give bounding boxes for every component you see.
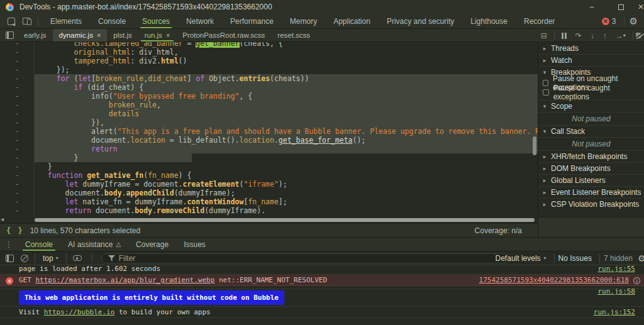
hide-debugger-sidebar-icon[interactable]: ⊟ <box>541 32 547 40</box>
hidden-messages-count[interactable]: 7 hidden <box>604 254 633 263</box>
issues-counter[interactable]: No Issues <box>558 254 592 263</box>
file-tab-label: dynamic.js <box>59 31 93 39</box>
gutter-mark: - <box>0 57 35 65</box>
step-out-icon[interactable]: ↑ <box>603 32 607 40</box>
sidebar-section-xhr-fetch-breakpoints[interactable]: ▸XHR/fetch Breakpoints <box>538 150 644 162</box>
file-tab-label: reset.scss <box>277 31 310 39</box>
tab-sources[interactable]: Sources <box>134 14 178 28</box>
request-details-icon[interactable]: i <box>633 277 640 284</box>
tab-privacy-and-security[interactable]: Privacy and security <box>379 14 462 28</box>
tab-lighthouse[interactable]: Lighthouse <box>462 14 516 28</box>
sidebar-section-dom-breakpoints[interactable]: ▸DOM Breakpoints <box>538 162 644 174</box>
log-levels-selector[interactable]: Default levels ▾ <box>496 254 547 263</box>
device-toolbar-icon[interactable] <box>23 18 30 25</box>
code-line-text: return document.body.removeChild(dummyIf… <box>35 206 265 215</box>
message-text: page is loaded after 1.602 seconds <box>19 265 160 273</box>
drawer-tab-coverage[interactable]: Coverage <box>128 238 176 251</box>
chevron-down-icon: ▾ <box>56 255 58 261</box>
editor-vertical-scrollbar[interactable] <box>533 136 536 155</box>
devtools-window: { "window": { "title": "DevTools - app.m… <box>0 0 644 325</box>
close-button[interactable]: ✕ <box>635 0 644 14</box>
tab-application[interactable]: Application <box>325 14 379 28</box>
minimize-button[interactable]: – <box>577 0 606 14</box>
checkbox-row[interactable]: Pause on caught exceptions <box>538 87 644 97</box>
drawer-tab-ai-assistance[interactable]: AI assistance△ <box>60 238 128 251</box>
tab-network[interactable]: Network <box>178 14 222 28</box>
close-tab-icon[interactable]: × <box>97 31 101 39</box>
sidebar-section-call-stack[interactable]: ▾Call Stack <box>538 125 644 137</box>
tab-performance[interactable]: Performance <box>222 14 282 28</box>
source-location-link[interactable]: run.js:55 <box>597 265 635 273</box>
sidebar-section-global-listeners[interactable]: ▸Global Listeners <box>538 174 644 186</box>
gutter-mark: - <box>0 83 35 92</box>
live-expression-eye-icon[interactable] <box>73 255 82 261</box>
tab-recorder[interactable]: Recorder <box>516 14 563 28</box>
editor-horizontal-scrollbar[interactable]: ◂ <box>0 217 538 223</box>
scrollbar-thumb[interactable] <box>35 218 535 222</box>
section-label: Threads <box>551 44 579 53</box>
pretty-print-icon[interactable]: { } <box>6 226 24 235</box>
file-tab-ProtonPassRoot.raw.scss[interactable]: ProtonPassRoot.raw.scss <box>176 29 271 41</box>
token: ) { <box>179 171 192 180</box>
deactivate-breakpoints-icon[interactable] <box>636 32 644 39</box>
token: function <box>48 171 82 180</box>
sidebar-section-watch[interactable]: ▸Watch <box>538 54 644 66</box>
indent <box>39 109 109 118</box>
drawer-tab-console[interactable]: Console <box>18 238 60 251</box>
token: if <box>74 83 82 92</box>
token: = lib_default(). <box>165 136 240 145</box>
indent <box>39 65 57 74</box>
triangle-collapsed-icon: ▸ <box>538 201 551 207</box>
tab-elements[interactable]: Elements <box>42 14 90 28</box>
file-tab-dynamic.js[interactable]: dynamic.js× <box>53 29 108 41</box>
sidebar-section-event-listener-breakpoints[interactable]: ▸Event Listener Breakpoints <box>538 186 644 198</box>
source-location-link[interactable]: 1754258571593x404022981353662000:618 <box>479 276 629 284</box>
styled-console-badge: This web application is entirely built w… <box>19 290 284 305</box>
step-over-icon[interactable]: ↷ <box>575 32 582 40</box>
step-into-icon[interactable]: ↓ <box>591 32 594 40</box>
triangle-expanded-icon: ▾ <box>538 103 551 109</box>
token: document. <box>91 136 130 145</box>
tab-memory[interactable]: Memory <box>282 14 325 28</box>
file-tab-run.js[interactable]: run.js× <box>138 29 177 41</box>
file-tab-reset.scss[interactable]: reset.scss <box>271 29 316 41</box>
checkbox[interactable] <box>543 80 548 86</box>
console-settings-gear-icon[interactable]: ⚙ <box>638 253 644 263</box>
checkbox[interactable] <box>543 89 549 96</box>
indent <box>39 162 48 171</box>
inspect-element-icon[interactable] <box>8 18 15 25</box>
error-icon: ✕ <box>6 277 13 285</box>
tab-console[interactable]: Console <box>90 14 134 28</box>
console-sidebar-icon[interactable] <box>6 255 14 262</box>
scroll-left-icon[interactable]: ◂ <box>1 216 4 223</box>
code-line: - let dummyIframe = document.createEleme… <box>0 180 538 189</box>
token: return <box>91 145 118 153</box>
sidebar-section-scope[interactable]: ▾Scope <box>538 100 644 112</box>
bubble-link[interactable]: https://bubble.io <box>44 308 115 316</box>
maximize-button[interactable] <box>606 0 635 14</box>
file-tab-plst.js[interactable]: plst.js <box>107 29 138 41</box>
file-tab-early.js[interactable]: early.js <box>18 29 53 41</box>
main-tabs: ElementsConsoleSourcesNetworkPerformance… <box>42 14 563 28</box>
context-selector[interactable]: top ▾ <box>43 254 58 263</box>
sidebar-section-threads[interactable]: ▸Threads <box>538 42 644 54</box>
console-filter-input[interactable]: Filter <box>101 253 510 263</box>
step-icon[interactable]: →• <box>616 32 626 40</box>
not-paused-note: Not paused <box>538 137 644 150</box>
error-badge[interactable]: ✕ 3 <box>602 17 616 26</box>
source-location-link[interactable]: run.js:152 <box>594 308 635 316</box>
drawer-tab-issues[interactable]: Issues <box>176 238 213 251</box>
close-tab-icon[interactable]: × <box>166 31 170 39</box>
token: ); <box>279 180 287 189</box>
code-line-text: if (did_cheat) { <box>35 83 538 92</box>
sidebar-section-csp-violation-breakpoints[interactable]: ▸CSP Violation Breakpoints <box>538 198 644 210</box>
settings-gear-icon[interactable]: ⚙ <box>630 16 638 27</box>
code-editor[interactable]: - checks.tampered_ad_banner = get_banner… <box>0 42 538 217</box>
drawer-menu-icon[interactable]: ⋮ <box>5 240 13 249</box>
request-url-link[interactable]: https://masterbox.ai/app/blur_gradient.w… <box>36 276 215 284</box>
pause-script-icon[interactable] <box>562 33 567 39</box>
clear-console-icon[interactable] <box>21 255 28 262</box>
file-tab-label: run.js <box>145 31 162 39</box>
show-navigator-icon[interactable] <box>6 31 14 39</box>
token: , { <box>240 92 253 101</box>
